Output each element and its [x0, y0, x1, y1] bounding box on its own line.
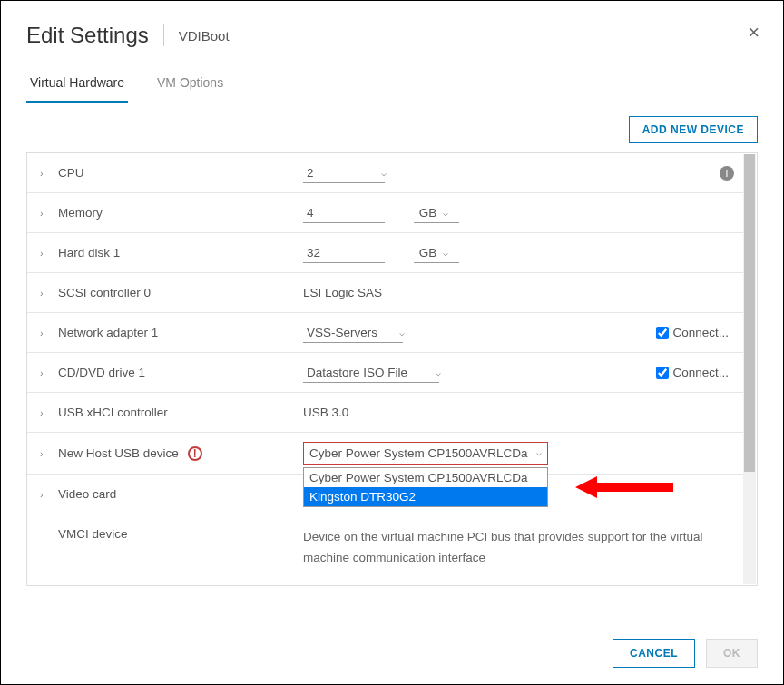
hdisk-value-input[interactable] [303, 243, 385, 263]
net-connect-input[interactable] [656, 327, 669, 339]
memory-value-input[interactable] [303, 203, 385, 223]
cancel-button[interactable]: CANCEL [612, 639, 695, 668]
usb-option-cyberpower[interactable]: Cyber Power System CP1500AVRLCDa [304, 468, 547, 487]
cpu-label: CPU [58, 166, 303, 180]
row-network-adapter: › Network adapter 1 ⌵ Connect... [27, 313, 743, 353]
hdisk-label: Hard disk 1 [58, 246, 303, 259]
usb-option-kingston[interactable]: Kingston DTR30G2 [304, 487, 547, 506]
row-usb-controller: › USB xHCI controller USB 3.0 [27, 393, 743, 433]
vmci-label: VMCI device [58, 527, 303, 541]
tab-vm-options[interactable]: VM Options [153, 66, 227, 103]
usb-device-select[interactable]: Cyber Power System CP1500AVRLCDa ⌵ [303, 442, 548, 465]
cd-connect-label: Connect... [672, 366, 729, 379]
dialog-title: Edit Settings [26, 23, 149, 48]
net-controls: ⌵ Connect... [303, 323, 734, 343]
chevron-right-icon[interactable]: › [40, 367, 51, 378]
memory-unit-select[interactable]: ⌵ [414, 203, 448, 223]
usbctrl-value: USB 3.0 [303, 406, 734, 419]
cd-select[interactable] [303, 363, 439, 383]
chevron-right-icon[interactable]: › [40, 448, 51, 459]
row-new-host-usb-device: › New Host USB device ! Cyber Power Syst… [27, 433, 743, 475]
cpu-select[interactable] [303, 163, 385, 183]
net-connect-checkbox[interactable]: Connect... [656, 326, 729, 339]
settings-rows: › CPU ⌵ i › Memory ⌵ [27, 153, 757, 586]
cd-controls: ⌵ Connect... [303, 363, 734, 383]
row-sata: SATA controller 0 AHCI [27, 582, 743, 586]
chevron-right-icon[interactable]: › [40, 288, 51, 298]
row-hard-disk: › Hard disk 1 ⌵ [27, 233, 743, 273]
chevron-right-icon[interactable]: › [40, 168, 51, 179]
vmci-desc: Device on the virtual machine PCI bus th… [303, 527, 734, 569]
chevron-right-icon[interactable]: › [40, 489, 51, 500]
tab-virtual-hardware[interactable]: Virtual Hardware [26, 66, 128, 103]
settings-body: › CPU ⌵ i › Memory ⌵ [26, 152, 758, 586]
warning-icon: ! [188, 446, 202, 461]
scsi-label: SCSI controller 0 [58, 286, 303, 299]
scsi-value: LSI Logic SAS [303, 286, 734, 299]
chevron-right-icon[interactable]: › [40, 328, 51, 338]
row-scsi: › SCSI controller 0 LSI Logic SAS [27, 273, 743, 313]
vm-name: VDIBoot [179, 28, 230, 44]
usbdev-controls: Cyber Power System CP1500AVRLCDa ⌵ Cyber… [303, 442, 734, 465]
info-icon[interactable]: i [720, 166, 734, 181]
toolbar: ADD NEW DEVICE [1, 103, 783, 152]
net-connect-label: Connect... [672, 326, 729, 339]
chevron-right-icon[interactable]: › [40, 248, 51, 259]
row-memory: › Memory ⌵ [27, 193, 743, 233]
video-label: Video card [58, 487, 303, 501]
net-label: Network adapter 1 [58, 326, 303, 339]
usb-device-dropdown: Cyber Power System CP1500AVRLCDa Kingsto… [303, 467, 548, 507]
memory-label: Memory [58, 206, 303, 220]
cpu-controls: ⌵ i [303, 163, 734, 183]
scrollbar-thumb[interactable] [744, 154, 755, 472]
usbdev-label: New Host USB device ! [58, 446, 303, 461]
hdisk-controls: ⌵ [303, 243, 734, 263]
chevron-spacer [40, 527, 51, 538]
usbctrl-label: USB xHCI controller [58, 406, 303, 419]
chevron-right-icon[interactable]: › [40, 407, 51, 418]
dialog-header: Edit Settings VDIBoot [1, 1, 783, 59]
row-vmci: VMCI device Device on the virtual machin… [27, 514, 743, 582]
hdisk-unit-select[interactable]: ⌵ [414, 243, 448, 263]
add-new-device-button[interactable]: ADD NEW DEVICE [629, 116, 758, 143]
edit-settings-dialog: Edit Settings VDIBoot × Virtual Hardware… [0, 0, 784, 685]
memory-controls: ⌵ [303, 203, 734, 223]
vertical-scrollbar[interactable] [743, 154, 756, 584]
row-cpu: › CPU ⌵ i [27, 153, 743, 193]
dialog-footer: CANCEL OK [1, 622, 783, 684]
chevron-down-icon: ⌵ [536, 447, 542, 457]
chevron-right-icon[interactable]: › [40, 208, 51, 219]
title-divider [163, 24, 164, 46]
cd-label: CD/DVD drive 1 [58, 366, 303, 379]
row-cd-dvd: › CD/DVD drive 1 ⌵ Connect... [27, 353, 743, 393]
cd-connect-checkbox[interactable]: Connect... [656, 366, 729, 379]
net-select[interactable] [303, 323, 403, 343]
cd-connect-input[interactable] [656, 367, 669, 379]
tab-bar: Virtual Hardware VM Options [26, 66, 758, 103]
close-icon[interactable]: × [748, 21, 760, 44]
ok-button: OK [706, 639, 758, 668]
